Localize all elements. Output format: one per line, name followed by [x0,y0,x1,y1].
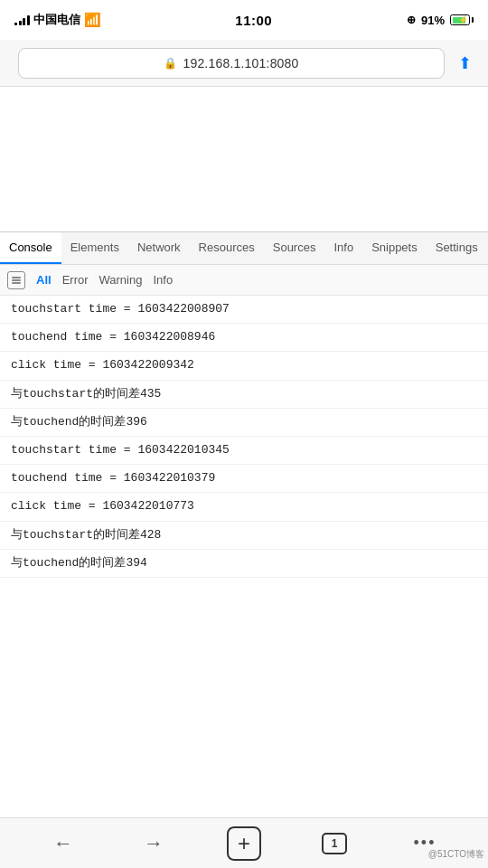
back-icon: ← [53,832,73,855]
status-left: 中国电信 📶 [14,12,101,28]
tab-info[interactable]: Info [324,232,362,264]
clock: 11:00 [235,13,272,28]
tab-console[interactable]: Console [0,232,61,264]
back-button[interactable]: ← [42,822,85,865]
tab-elements[interactable]: Elements [61,232,128,264]
url-text: 192.168.1.101:8080 [183,56,298,71]
devtools-panel: Console Elements Network Resources Sourc… [0,231,488,817]
tab-resources[interactable]: Resources [190,232,264,264]
tab-settings[interactable]: Settings [427,232,487,264]
log-line: touchstart time = 1603422010345 [0,437,488,465]
signal-icon [14,14,30,25]
page-content [0,87,488,231]
console-logs: touchstart time = 1603422008907touchend … [0,296,488,578]
battery-percent: 91% [421,14,445,27]
log-line: touchend time = 1603422010379 [0,465,488,493]
add-tab-button[interactable]: + [222,822,266,865]
lock-icon: 🔒 [164,57,177,70]
share-icon: ⬆ [458,53,472,73]
log-line: touchstart time = 1603422008907 [0,296,488,324]
share-button[interactable]: ⬆ [452,51,477,76]
status-bar: 中国电信 📶 11:00 ⊕ 91% ⚡ [0,0,488,40]
tabs-button[interactable]: 1 [313,822,356,865]
battery-icon: ⚡ [450,14,474,25]
log-line: 与touchstart的时间差428 [0,522,488,550]
log-line: touchend time = 1603422008946 [0,324,488,352]
log-line: 与touchend的时间差394 [0,550,488,578]
carrier-label: 中国电信 [33,12,80,28]
forward-button[interactable]: → [132,822,175,865]
forward-icon: → [144,832,164,855]
filter-bar: All Error Warning Info [0,265,488,296]
bottom-nav: ← → + 1 ••• [0,817,488,868]
filter-warning[interactable]: Warning [99,273,143,287]
tab-snippets[interactable]: Snippets [362,232,427,264]
gps-icon: ⊕ [407,14,416,26]
filter-error[interactable]: Error [62,273,89,287]
tabs-count-badge: 1 [322,833,347,854]
filter-all[interactable]: All [36,273,52,287]
watermark: @51CTO博客 [428,848,484,861]
devtools-tabs: Console Elements Network Resources Sourc… [0,232,488,265]
wifi-icon: 📶 [84,12,101,28]
filter-info[interactable]: Info [153,273,173,287]
filter-toggle-button[interactable] [7,271,25,289]
add-icon: + [227,826,261,861]
log-line: 与touchstart的时间差435 [0,381,488,409]
log-line: click time = 1603422009342 [0,352,488,380]
address-bar[interactable]: 🔒 192.168.1.101:8080 [18,48,445,79]
log-line: click time = 1603422010773 [0,493,488,521]
browser-toolbar: 🔒 192.168.1.101:8080 ⬆ [0,40,488,87]
tab-sources[interactable]: Sources [264,232,325,264]
tab-network[interactable]: Network [128,232,190,264]
status-right: ⊕ 91% ⚡ [407,14,474,27]
log-line: 与touchend的时间差396 [0,409,488,437]
